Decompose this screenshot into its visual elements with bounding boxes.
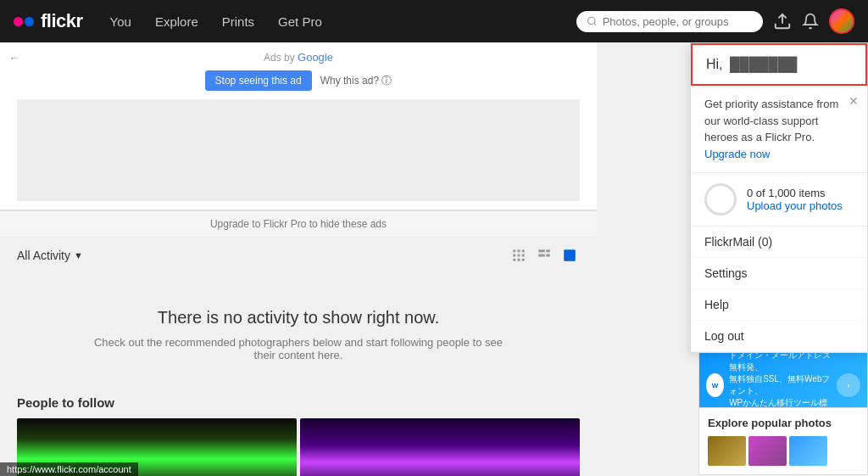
svg-rect-14 [538,255,545,257]
dropdown-upgrade-prompt: Get priority assistance from our world-c… [691,86,867,173]
storage-info: 0 of 1,000 items Upload your photos [747,187,843,212]
dropdown-item-flickrmail[interactable]: FlickrMail (0) [691,227,867,258]
svg-rect-10 [518,259,520,261]
svg-line-1 [594,23,596,25]
grid-view-icon[interactable] [509,245,529,266]
ad-section: ← Ads by Google Stop seeing this ad Why … [0,42,597,210]
status-bar: https://www.flickr.com/account [0,462,138,476]
explore-popular-title: Explore popular photos [708,417,859,429]
no-activity-sub: Check out the recommended photographers … [86,336,510,361]
storage-circle [704,183,737,216]
svg-rect-13 [546,249,550,252]
greeting-hi-label: Hi, [706,57,723,71]
svg-rect-5 [522,249,525,252]
explore-grid [708,436,859,466]
upload-photos-link[interactable]: Upload your photos [747,199,843,212]
explore-thumb-3[interactable] [789,436,827,466]
svg-rect-8 [522,255,525,257]
activity-filter[interactable]: All Activity ▼ [17,249,83,262]
stop-ad-button[interactable]: Stop seeing this ad [205,70,312,91]
dropdown-greeting: Hi, ███████ [691,43,867,86]
people-section-title: People to follow [17,395,580,410]
dropdown-item-logout[interactable]: Log out [691,321,867,352]
greeting-username: ███████ [730,57,797,71]
explore-thumb-2[interactable] [748,436,787,466]
ad-back-arrow[interactable]: ← [8,51,20,64]
dropdown-item-help[interactable]: Help [691,289,867,321]
svg-rect-11 [522,259,525,261]
no-activity-title: There is no activity to show right now. [34,308,563,328]
list-view-icon[interactable] [534,245,554,266]
ad-body [17,99,580,201]
svg-rect-12 [538,249,545,252]
logo-dot-blue [25,17,34,26]
nav: You Explore Prints Get Pro [100,8,576,36]
svg-rect-3 [513,249,515,252]
single-view-icon[interactable] [559,245,580,266]
status-url: https://www.flickr.com/account [7,464,131,474]
content: ← Ads by Google Stop seeing this ad Why … [0,42,597,476]
svg-rect-6 [513,255,515,257]
ad-buttons: Stop seeing this ad Why this ad? ⓘ [17,70,580,91]
header: flickr You Explore Prints Get Pro [0,0,868,42]
svg-rect-15 [546,255,550,257]
main: ← Ads by Google Stop seeing this ad Why … [0,42,868,476]
svg-rect-4 [518,249,520,252]
upgrade-text: Get priority assistance from our world-c… [704,98,838,143]
explore-popular-section: Explore popular photos [698,407,868,475]
search-bar[interactable] [576,11,763,32]
close-upgrade-icon[interactable]: ✕ [849,92,859,110]
search-input[interactable] [603,15,753,28]
upgrade-now-link[interactable]: Upgrade now [704,148,770,160]
search-icon [587,15,598,27]
user-dropdown: Hi, ███████ Get priority assistance from… [690,42,868,353]
activity-section: All Activity ▼ There is no activity [0,237,597,387]
ad-by-google-label: Ads by Google [17,51,580,64]
svg-rect-16 [564,249,576,261]
conoha-arrow-icon[interactable]: › [837,373,860,397]
nav-item-getpro[interactable]: Get Pro [268,8,332,36]
chevron-down-icon: ▼ [74,250,83,260]
explore-thumb-1[interactable] [708,436,746,466]
upgrade-bar: Upgrade to Flickr Pro to hide these ads [0,210,597,237]
why-this-ad-link[interactable]: Why this ad? ⓘ [320,74,392,88]
dropdown-menu: FlickrMail (0) Settings Help Log out [691,227,867,352]
conoha-logo: W [706,373,724,397]
logo-dot-pink [14,17,23,26]
dropdown-storage: 0 of 1,000 items Upload your photos [691,173,867,227]
nav-item-explore[interactable]: Explore [145,8,209,36]
nav-item-you[interactable]: You [100,8,142,36]
right-panel: Hi, ███████ Get priority assistance from… [597,42,868,476]
storage-count: 0 of 1,000 items [747,187,826,199]
logo-text: flickr [41,10,83,32]
view-icons [509,245,580,266]
svg-rect-7 [518,255,520,257]
svg-rect-9 [513,259,515,261]
svg-point-0 [588,17,595,24]
logo[interactable]: flickr [14,10,83,32]
photo-thumb-2[interactable] [300,418,580,476]
dropdown-item-settings[interactable]: Settings [691,258,867,289]
avatar[interactable] [829,8,854,34]
no-activity: There is no activity to show right now. … [17,283,580,378]
nav-item-prints[interactable]: Prints [212,8,264,36]
bell-icon[interactable] [802,13,819,30]
upload-icon[interactable] [773,12,792,31]
header-icons [773,8,854,34]
activity-header: All Activity ▼ [17,245,580,266]
